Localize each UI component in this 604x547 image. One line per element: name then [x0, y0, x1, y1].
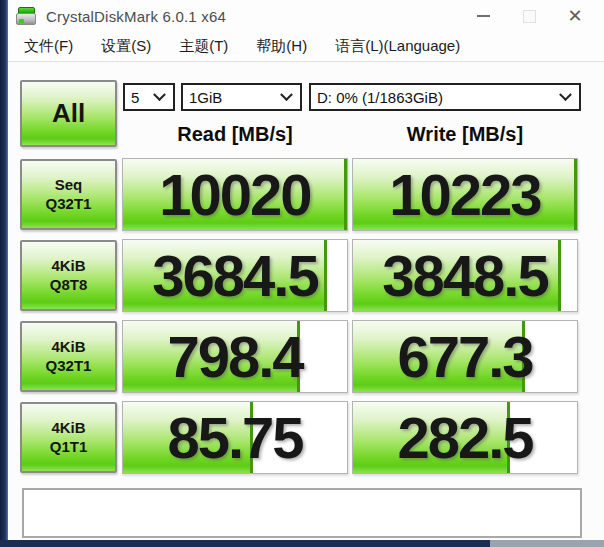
chevron-down-icon [559, 88, 572, 101]
title-bar[interactable]: CrystalDiskMark 6.0.1 x64 ✕ [8, 0, 604, 32]
test-size-select[interactable]: 1GiB [181, 83, 302, 111]
write-column-header: Write [MB/s] [352, 123, 578, 146]
window-frame-left-edge [0, 0, 8, 547]
app-window: CrystalDiskMark 6.0.1 x64 ✕ 文件(F) 设置(S) … [8, 0, 604, 540]
4kib-q1t1-button[interactable]: 4KiB Q1T1 [20, 402, 117, 473]
menu-help[interactable]: 帮助(H) [244, 33, 319, 60]
close-button[interactable]: ✕ [552, 0, 598, 32]
minimize-button[interactable] [460, 0, 506, 32]
menu-bar: 文件(F) 设置(S) 主题(T) 帮助(H) 语言(L)(Language) [8, 32, 604, 62]
window-title: CrystalDiskMark 6.0.1 x64 [46, 8, 226, 25]
minimize-icon [477, 15, 490, 17]
4kib-q32t1-button[interactable]: 4KiB Q32T1 [20, 321, 117, 392]
desktop-background: CrystalDiskMark 6.0.1 x64 ✕ 文件(F) 设置(S) … [0, 0, 604, 547]
window-frame-bottom-edge [0, 540, 604, 547]
4kib-q1t1-write-cell: 282.5 [352, 401, 578, 474]
seq-q32t1-read-value: 10020 [123, 159, 347, 230]
seq-q32t1-write-cell: 10223 [352, 158, 578, 231]
test-count-value: 5 [131, 89, 139, 106]
chevron-down-icon [280, 88, 293, 101]
read-column-header: Read [MB/s] [122, 123, 348, 146]
close-icon: ✕ [567, 5, 582, 27]
drive-value: D: 0% (1/1863GiB) [317, 89, 443, 106]
menu-settings[interactable]: 设置(S) [89, 33, 163, 60]
4kib-q8t8-write-cell: 3848.5 [352, 239, 578, 312]
drive-select[interactable]: D: 0% (1/1863GiB) [309, 83, 581, 111]
test-count-select[interactable]: 5 [123, 83, 175, 111]
test-size-value: 1GiB [189, 89, 222, 106]
app-disk-icon [16, 7, 37, 26]
maximize-button[interactable] [506, 0, 552, 32]
4kib-q32t1-write-value: 677.3 [353, 321, 577, 392]
4kib-q32t1-write-cell: 677.3 [352, 320, 578, 393]
4kib-q8t8-read-value: 3684.5 [123, 240, 347, 311]
4kib-q8t8-read-cell: 3684.5 [122, 239, 348, 312]
chevron-down-icon [153, 88, 166, 101]
menu-theme[interactable]: 主题(T) [167, 33, 240, 60]
menu-file[interactable]: 文件(F) [12, 33, 85, 60]
comment-input[interactable] [22, 488, 582, 538]
4kib-q1t1-read-cell: 85.75 [122, 401, 348, 474]
maximize-icon [523, 10, 536, 23]
seq-q32t1-write-value: 10223 [353, 159, 577, 230]
4kib-q8t8-write-value: 3848.5 [353, 240, 577, 311]
4kib-q8t8-button[interactable]: 4KiB Q8T8 [20, 240, 117, 311]
4kib-q32t1-read-cell: 798.4 [122, 320, 348, 393]
4kib-q1t1-read-value: 85.75 [123, 402, 347, 473]
seq-q32t1-read-cell: 10020 [122, 158, 348, 231]
4kib-q1t1-write-value: 282.5 [353, 402, 577, 473]
seq-q32t1-button[interactable]: Seq Q32T1 [20, 159, 117, 230]
all-test-button[interactable]: All [20, 80, 117, 147]
4kib-q32t1-read-value: 798.4 [123, 321, 347, 392]
menu-language[interactable]: 语言(L)(Language) [323, 33, 472, 60]
